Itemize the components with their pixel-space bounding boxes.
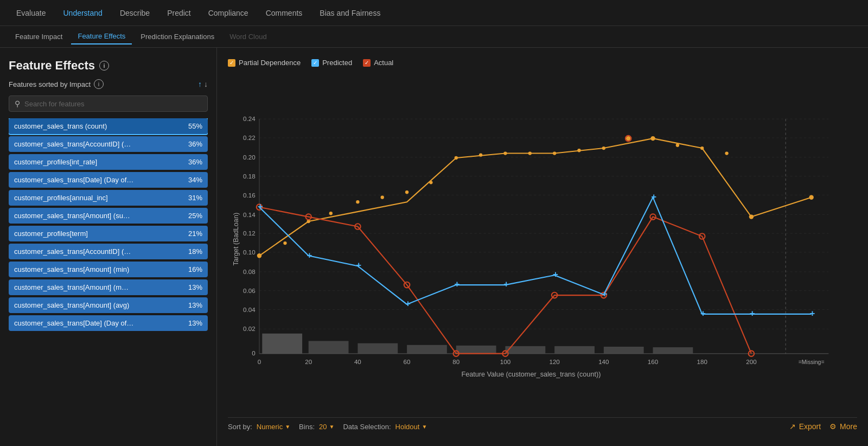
histogram-bar	[309, 341, 349, 353]
predicted-point: +	[307, 250, 312, 260]
chart-legend: ✓ Partial Dependence ✓ Predicted ✓ Actua…	[228, 59, 857, 67]
svg-text:0.18: 0.18	[243, 173, 256, 180]
feature-item[interactable]: customer_sales_trans[Amount] (m… 13%	[9, 279, 208, 295]
svg-text:20: 20	[305, 358, 312, 365]
legend-actual-label: Actual	[374, 59, 393, 67]
nav-predict[interactable]: Predict	[159, 4, 199, 22]
pd-point	[381, 196, 384, 199]
feature-pct: 55%	[183, 122, 202, 130]
feature-item[interactable]: customer_sales_trans[AccountID] (… 18%	[9, 244, 208, 259]
feature-pct: 36%	[183, 158, 202, 166]
actual-checkbox[interactable]: ✓	[363, 59, 371, 67]
nav-comments[interactable]: Comments	[258, 4, 310, 22]
pd-checkbox[interactable]: ✓	[228, 59, 235, 67]
svg-text:=Missing=: =Missing=	[799, 359, 825, 365]
feature-effects-chart: Target (BadLoan)	[228, 73, 857, 411]
sub-navigation: Feature Impact Feature Effects Predictio…	[0, 26, 868, 48]
feature-name: customer_sales_trans[Amount] (su…	[14, 212, 130, 220]
chevron-down-icon: ▼	[422, 424, 427, 430]
legend-pd-label: Partial Dependence	[239, 59, 301, 67]
predicted-point: +	[455, 279, 460, 289]
gear-icon: ⚙	[829, 422, 837, 431]
feature-name: customer_sales_trans[AccountID] (…	[14, 140, 131, 148]
subnav-prediction-explanations[interactable]: Prediction Explanations	[134, 29, 221, 44]
sort-ascending-icon[interactable]: ↑	[198, 80, 202, 88]
feature-name: customer_sales_trans[Amount] (avg)	[14, 301, 129, 309]
checkbox-check-icon: ✓	[313, 60, 317, 66]
feature-name: customer_sales_trans[Amount] (min)	[14, 265, 129, 273]
pd-point	[700, 146, 704, 150]
feature-name: customer_sales_trans (count)	[14, 122, 107, 130]
feature-item[interactable]: customer_sales_trans[AccountID] (… 36%	[9, 136, 208, 152]
export-button[interactable]: ↗ Export	[789, 422, 821, 431]
svg-text:0: 0	[258, 358, 261, 365]
predicted-point: +	[750, 308, 755, 318]
feature-item[interactable]: customer_sales_trans (count) 55%	[9, 118, 208, 134]
sort-by-dropdown[interactable]: Numeric ▼	[257, 423, 290, 431]
legend-predicted[interactable]: ✓ Predicted	[311, 59, 352, 67]
subnav-feature-effects[interactable]: Feature Effects	[71, 29, 132, 44]
pd-point	[577, 149, 580, 152]
feature-item[interactable]: customer_sales_trans[Amount] (avg) 13%	[9, 297, 208, 313]
svg-text:180: 180	[697, 358, 707, 365]
svg-text:160: 160	[648, 358, 658, 365]
feature-pct: 34%	[183, 176, 202, 184]
chevron-down-icon: ▼	[329, 424, 334, 430]
bins-dropdown[interactable]: 20 ▼	[319, 423, 334, 431]
feature-item[interactable]: customer_sales_trans[Amount] (min) 16%	[9, 262, 208, 277]
feature-item[interactable]: customer_profiles[term] 21%	[9, 226, 208, 241]
search-box[interactable]: ⚲	[9, 95, 208, 112]
predicted-point: +	[258, 201, 263, 212]
page-title-info-icon[interactable]: i	[99, 61, 109, 71]
histogram-bar	[456, 346, 496, 354]
nav-describe[interactable]: Describe	[112, 4, 157, 22]
predicted-checkbox[interactable]: ✓	[311, 59, 319, 67]
pd-point	[283, 241, 286, 245]
legend-partial-dependence[interactable]: ✓ Partial Dependence	[228, 59, 301, 67]
feature-item[interactable]: customer_sales_trans[Amount] (su… 25%	[9, 208, 208, 224]
feature-item[interactable]: customer_profiles[int_rate] 36%	[9, 154, 208, 170]
feature-name: customer_sales_trans[Date] (Day of…	[14, 319, 133, 327]
svg-text:80: 80	[452, 358, 459, 365]
nav-evaluate[interactable]: Evaluate	[9, 4, 53, 22]
legend-actual[interactable]: ✓ Actual	[363, 59, 393, 67]
nav-bias-fairness[interactable]: Bias and Fairness	[312, 4, 388, 22]
nav-understand[interactable]: Understand	[55, 4, 110, 22]
legend-predicted-label: Predicted	[322, 59, 352, 67]
x-axis-label: Feature Value (customer_sales_trans (cou…	[461, 371, 601, 378]
svg-text:0.14: 0.14	[243, 211, 256, 218]
data-selection-dropdown[interactable]: Holdout ▼	[395, 423, 427, 431]
feature-name: customer_sales_trans[AccountID] (…	[14, 247, 131, 256]
left-panel: Feature Effects i Features sorted by Imp…	[0, 48, 217, 446]
svg-text:0.12: 0.12	[243, 230, 256, 237]
features-info-icon[interactable]: i	[94, 79, 104, 89]
predicted-point: +	[700, 308, 706, 318]
svg-text:0.02: 0.02	[243, 326, 256, 333]
feature-name: customer_sales_trans[Amount] (m…	[14, 283, 129, 291]
features-header: Features sorted by Impact i ↑ ↓	[9, 79, 208, 89]
feature-item[interactable]: customer_sales_trans[Date] (Day of… 34%	[9, 172, 208, 188]
pd-point	[626, 136, 630, 141]
histogram-bar	[604, 347, 644, 354]
sort-by-control: Sort by: Numeric ▼	[228, 423, 290, 431]
sort-descending-icon[interactable]: ↓	[204, 80, 208, 88]
pd-point	[553, 151, 556, 155]
svg-text:40: 40	[354, 358, 361, 365]
feature-pct: 36%	[183, 140, 202, 148]
nav-compliance[interactable]: Compliance	[201, 4, 256, 22]
feature-item[interactable]: customer_sales_trans[Date] (Day of… 13%	[9, 315, 208, 331]
feature-pct: 25%	[183, 212, 202, 220]
histogram-bar	[653, 347, 693, 354]
feature-list: customer_sales_trans (count) 55% custome…	[9, 118, 208, 331]
feature-item[interactable]: customer_profiles[annual_inc] 31%	[9, 190, 208, 206]
pd-point	[528, 151, 532, 155]
svg-text:0.10: 0.10	[243, 249, 256, 256]
sort-by-label: Sort by:	[228, 423, 252, 431]
svg-text:0.22: 0.22	[243, 134, 256, 141]
predicted-point: +	[809, 308, 815, 318]
checkbox-check-icon: ✓	[229, 60, 234, 66]
more-button[interactable]: ⚙ More	[829, 422, 857, 431]
subnav-feature-impact[interactable]: Feature Impact	[9, 29, 69, 44]
histogram-bar	[262, 334, 302, 354]
search-input[interactable]	[24, 100, 202, 108]
